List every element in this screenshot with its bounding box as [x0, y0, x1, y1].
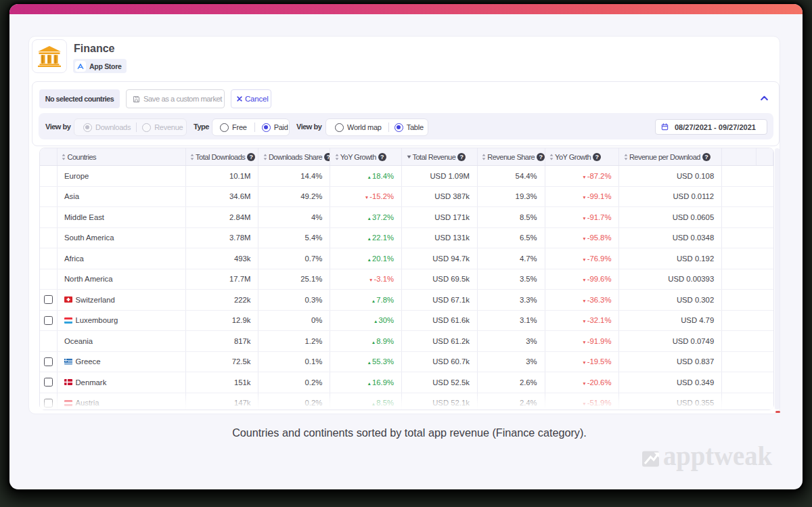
svg-text:apptweak: apptweak	[663, 446, 773, 471]
